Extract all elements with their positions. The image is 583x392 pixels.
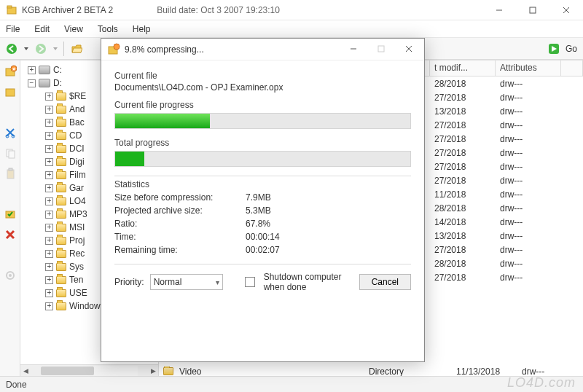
current-file-label: Current file	[114, 71, 411, 81]
dialog-icon	[107, 43, 120, 56]
status-text: Done	[6, 380, 27, 390]
svg-text:★: ★	[12, 66, 16, 71]
forward-button[interactable]	[32, 40, 50, 58]
tree-h-scrollbar[interactable]: ◀ ▶	[20, 364, 158, 376]
col-spacer	[561, 60, 583, 76]
paste-icon[interactable]	[2, 165, 18, 181]
dialog-title: 9.8% compressing...	[125, 44, 204, 55]
svg-point-23	[114, 44, 120, 50]
minimize-button[interactable]	[482, 0, 516, 20]
svg-rect-25	[378, 46, 384, 52]
folder-icon	[56, 145, 66, 153]
plus-icon[interactable]: +	[45, 211, 53, 219]
plus-icon[interactable]: +	[45, 145, 53, 153]
empty-slot-2	[2, 186, 18, 202]
scroll-thumb[interactable]	[41, 366, 94, 375]
shutdown-checkbox[interactable]	[245, 277, 255, 287]
maximize-button[interactable]	[516, 0, 549, 20]
window-title: KGB Archiver 2 BETA 2	[22, 5, 113, 15]
folder-icon	[56, 289, 66, 297]
add-archive-icon[interactable]: ★	[2, 63, 18, 79]
svg-rect-16	[9, 151, 15, 158]
back-button[interactable]	[3, 40, 20, 58]
folder-icon	[56, 158, 66, 166]
plus-icon[interactable]: +	[45, 289, 53, 297]
menu-view[interactable]: View	[64, 24, 83, 34]
build-date: Build date: Oct 3 2007 19:23:10	[157, 5, 280, 15]
empty-slot-3	[2, 247, 18, 263]
plus-icon[interactable]: +	[45, 132, 53, 140]
go-label: Go	[566, 44, 577, 54]
plus-icon[interactable]: +	[45, 224, 53, 232]
plus-icon[interactable]: +	[28, 66, 36, 74]
verify-icon[interactable]	[2, 206, 18, 222]
minus-icon[interactable]: −	[28, 79, 36, 87]
delete-icon[interactable]	[2, 227, 18, 243]
menu-file[interactable]: File	[6, 24, 20, 34]
priority-select[interactable]: Normal	[150, 274, 223, 290]
dialog-footer: Priority: Normal Shutdown computer when …	[114, 264, 411, 293]
forward-dropdown[interactable]	[51, 40, 60, 58]
dialog-maximize-button[interactable]	[367, 39, 395, 59]
list-row[interactable]: Video Directory 11/13/2018 drw---	[159, 364, 583, 376]
plus-icon[interactable]: +	[45, 158, 53, 166]
folder-icon	[56, 197, 66, 205]
statusbar: Done	[0, 376, 583, 392]
svg-rect-1	[7, 6, 12, 8]
priority-label: Priority:	[114, 277, 144, 287]
copy-icon[interactable]	[2, 145, 18, 161]
cancel-button[interactable]: Cancel	[359, 274, 411, 290]
window-controls	[482, 0, 583, 20]
plus-icon[interactable]: +	[45, 237, 53, 245]
scroll-track[interactable]	[41, 366, 138, 376]
cut-icon[interactable]	[2, 125, 18, 141]
folder-icon	[163, 367, 173, 375]
total-progress-bar	[114, 151, 411, 167]
scroll-left-icon[interactable]: ◀	[20, 366, 31, 376]
folder-icon	[56, 237, 66, 245]
plus-icon[interactable]: +	[45, 119, 53, 127]
menu-help[interactable]: Help	[133, 24, 151, 34]
plus-icon[interactable]: +	[45, 276, 53, 284]
menubar: File Edit View Tools Help	[0, 20, 583, 38]
plus-icon[interactable]: +	[45, 184, 53, 192]
drive-icon	[39, 66, 50, 74]
drive-icon	[39, 79, 50, 87]
watermark: LO4D.com	[507, 375, 576, 391]
folder-icon	[56, 184, 66, 192]
empty-slot-1	[2, 104, 18, 120]
dialog-close-button[interactable]	[395, 39, 423, 59]
stats-label: Statistics	[114, 179, 411, 189]
menu-edit[interactable]: Edit	[34, 24, 50, 34]
extract-icon[interactable]	[2, 84, 18, 100]
stats-table: Size before compression:7.9MB Projected …	[114, 191, 411, 256]
current-progress-bar	[114, 113, 411, 129]
folder-icon	[56, 250, 66, 258]
plus-icon[interactable]: +	[45, 171, 53, 179]
plus-icon[interactable]: +	[45, 250, 53, 258]
plus-icon[interactable]: +	[45, 197, 53, 205]
scroll-right-icon[interactable]: ▶	[148, 366, 158, 376]
close-button[interactable]	[549, 0, 583, 20]
plus-icon[interactable]: +	[45, 302, 53, 310]
folder-icon	[56, 93, 66, 101]
separator	[63, 42, 64, 56]
dialog-minimize-button[interactable]	[340, 39, 367, 59]
open-folder-button[interactable]	[68, 40, 85, 58]
stat-row-size-before: Size before compression:7.9MB	[114, 191, 411, 204]
go-button[interactable]	[545, 40, 563, 58]
plus-icon[interactable]: +	[45, 263, 53, 271]
current-file-path: Documents\LO4D.com - OPJ Examiner.opx	[114, 82, 411, 93]
menu-tools[interactable]: Tools	[98, 24, 118, 34]
back-dropdown[interactable]	[22, 40, 31, 58]
svg-rect-18	[9, 168, 12, 170]
plus-icon[interactable]: +	[45, 106, 53, 114]
svg-rect-17	[7, 170, 14, 179]
total-progress-label: Total progress	[114, 138, 411, 148]
total-progress-fill	[115, 152, 144, 166]
plus-icon[interactable]: +	[45, 93, 53, 101]
settings-icon[interactable]	[2, 267, 18, 283]
col-attributes[interactable]: Attributes	[496, 60, 561, 76]
col-modified[interactable]: t modif...	[430, 60, 496, 76]
go-cluster: Go	[545, 40, 577, 58]
